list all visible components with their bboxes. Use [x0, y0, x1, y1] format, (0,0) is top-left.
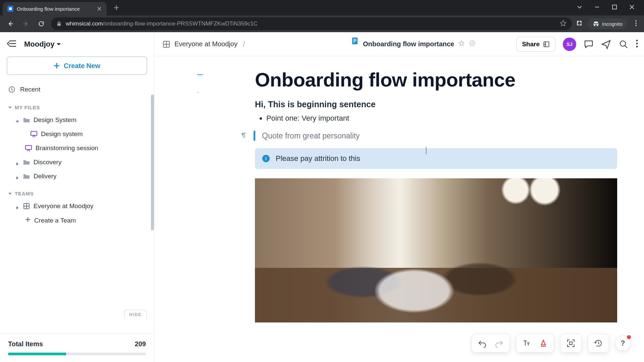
doc-subheading[interactable]: Hi, This is beginning sentence: [255, 100, 617, 109]
history-button[interactable]: [593, 338, 604, 349]
sidebar: Moodjoy Create New Recent MY FILES Desig…: [0, 32, 154, 362]
create-team-button[interactable]: Create a Team: [0, 213, 154, 228]
caret-right-icon: [15, 160, 19, 164]
doc-favicon-icon: [7, 6, 13, 12]
undo-button[interactable]: [477, 338, 488, 349]
hide-sidebar-button[interactable]: HIDE: [124, 310, 147, 319]
tree-discovery-folder[interactable]: Discovery: [0, 155, 154, 169]
new-tab-button[interactable]: [111, 3, 121, 13]
doc-bullet-1[interactable]: Point one: Very important: [266, 114, 617, 123]
usage-progress-bar: [8, 353, 146, 355]
comments-button[interactable]: [584, 39, 594, 49]
tab-strip: Onboarding flow importance: [0, 0, 644, 15]
team-icon: [162, 40, 170, 48]
callout-text[interactable]: Please pay attrition to this: [276, 154, 360, 163]
tree-label: Design system: [41, 130, 83, 138]
share-button[interactable]: Share: [516, 37, 555, 52]
callout-block[interactable]: i Please pay attrition to this: [255, 148, 617, 169]
svg-rect-20: [570, 342, 572, 345]
workspace-switcher[interactable]: Moodjoy: [24, 40, 61, 49]
tree-label: Everyone at Moodjoy: [34, 202, 94, 210]
breadcrumb-doc[interactable]: Onboarding flow importance: [363, 40, 454, 48]
window-close-button[interactable]: [628, 3, 636, 12]
plus-icon: [54, 63, 60, 69]
share-label: Share: [522, 41, 540, 48]
breadcrumb-team[interactable]: Everyone at Moodjoy: [174, 40, 237, 48]
caret-down-icon: [8, 192, 12, 196]
paragraph-icon[interactable]: [240, 132, 247, 140]
folder-icon: [23, 173, 30, 180]
tree-delivery-folder[interactable]: Delivery: [0, 169, 154, 183]
tree-label: Discovery: [34, 159, 61, 166]
window-minimize-button[interactable]: [593, 3, 601, 12]
favorite-button[interactable]: [458, 40, 465, 48]
svg-rect-1: [612, 5, 616, 9]
user-avatar[interactable]: SJ: [563, 38, 576, 51]
bookmark-star-button[interactable]: [560, 20, 567, 28]
create-new-button[interactable]: Create New: [7, 56, 147, 75]
tab-close-button[interactable]: [97, 6, 102, 11]
text-color-button[interactable]: [538, 338, 549, 349]
incognito-badge[interactable]: Incognito: [588, 18, 627, 29]
embedded-image[interactable]: [255, 178, 617, 322]
sidebar-scrollbar[interactable]: [151, 95, 154, 328]
svg-point-3: [635, 22, 637, 24]
app-menu-button[interactable]: [636, 39, 638, 49]
help-button[interactable]: ?: [615, 336, 631, 351]
total-items-count: 209: [135, 340, 146, 348]
tree-brainstorming-board[interactable]: Brainstomring session: [0, 141, 154, 155]
create-team-label: Create a Team: [34, 217, 76, 224]
topbar: Everyone at Moodjoy / Onboarding flow im…: [154, 32, 644, 56]
document-body[interactable]: Onboarding flow importance Hi, This is b…: [255, 56, 617, 349]
tree-design-system-board[interactable]: Design system: [0, 127, 154, 141]
section-my-files-label: MY FILES: [15, 105, 40, 110]
clock-icon: [8, 86, 15, 93]
main-panel: Everyone at Moodjoy / Onboarding flow im…: [154, 32, 644, 362]
presentation-icon: [25, 144, 32, 152]
floating-toolbar: ?: [472, 334, 631, 353]
nav-reload-button[interactable]: [36, 18, 47, 29]
window-controls: [576, 3, 641, 12]
send-button[interactable]: [601, 39, 611, 49]
quote-bar: [254, 131, 255, 141]
tree-design-system-folder[interactable]: Design System: [0, 113, 154, 127]
folder-icon: [23, 116, 30, 124]
focus-mode-button[interactable]: [565, 338, 577, 349]
section-my-files[interactable]: MY FILES: [0, 97, 154, 113]
tree-team-everyone[interactable]: Everyone at Moodjoy: [0, 199, 154, 213]
svg-rect-0: [9, 7, 12, 10]
caret-down-icon: [8, 106, 12, 110]
plus-icon: [25, 217, 31, 224]
tab-dropdown-icon[interactable]: [576, 3, 584, 12]
outline-marker[interactable]: –: [197, 68, 203, 80]
text-style-button[interactable]: [521, 338, 532, 349]
document-scroll-area[interactable]: – - Onboarding flow importance Hi, This …: [154, 56, 644, 362]
nav-forward-button[interactable]: [20, 18, 32, 29]
browser-menu-button[interactable]: [633, 20, 639, 28]
team-icon: [23, 202, 30, 210]
doc-quote[interactable]: Quote from great personality: [262, 131, 360, 140]
breadcrumb-separator: /: [241, 40, 246, 49]
sidebar-collapse-button[interactable]: [7, 40, 17, 49]
workspace-name: Moodjoy: [24, 40, 54, 49]
svg-point-19: [636, 46, 638, 47]
svg-point-18: [636, 43, 638, 44]
doc-title[interactable]: Onboarding flow importance: [255, 68, 617, 91]
svg-rect-13: [353, 42, 356, 42]
extensions-button[interactable]: [576, 20, 583, 28]
svg-rect-6: [31, 131, 37, 135]
redo-button[interactable]: [493, 338, 505, 349]
sync-status-icon: [469, 40, 476, 48]
window-maximize-button[interactable]: [610, 3, 619, 12]
outline-marker[interactable]: -: [197, 89, 203, 95]
folder-icon: [23, 159, 30, 166]
svg-point-14: [470, 41, 475, 46]
incognito-label: Incognito: [602, 21, 623, 27]
sidebar-recent[interactable]: Recent: [0, 82, 154, 97]
tab-title: Onboarding flow importance: [17, 6, 93, 12]
recent-label: Recent: [20, 86, 40, 93]
nav-back-button[interactable]: [5, 18, 16, 29]
search-button[interactable]: [619, 39, 629, 49]
section-teams[interactable]: TEAMS: [0, 183, 154, 199]
browser-tab[interactable]: Onboarding flow importance: [3, 2, 107, 15]
